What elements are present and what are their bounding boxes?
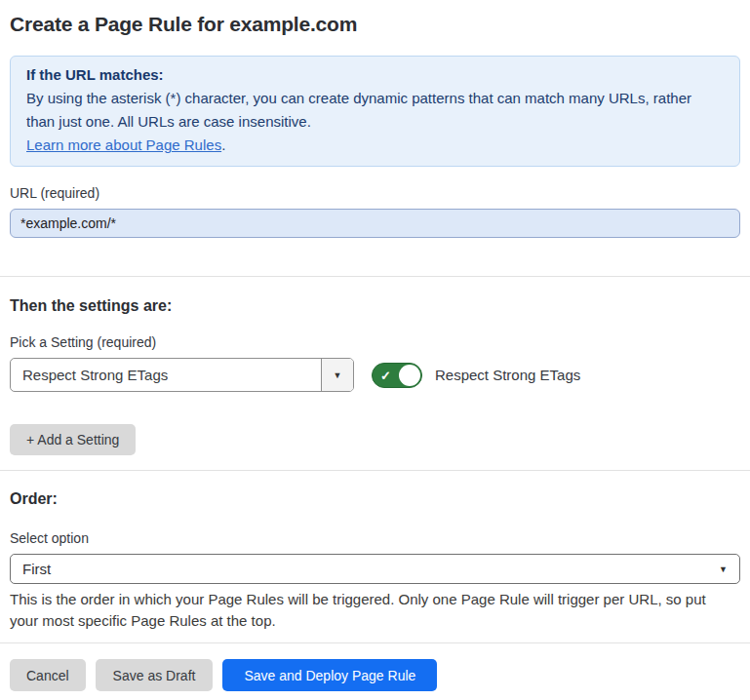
url-match-info-box: If the URL matches: By using the asteris… bbox=[10, 56, 740, 167]
pick-setting-label: Pick a Setting (required) bbox=[10, 334, 740, 351]
setting-select-arrow-button[interactable]: ▼ bbox=[321, 359, 353, 391]
section-divider bbox=[0, 276, 750, 277]
chevron-down-icon: ▼ bbox=[719, 564, 728, 574]
url-input[interactable] bbox=[10, 209, 740, 238]
save-and-deploy-button[interactable]: Save and Deploy Page Rule bbox=[222, 659, 437, 691]
save-as-draft-button[interactable]: Save as Draft bbox=[96, 659, 214, 691]
etags-toggle[interactable]: ✓ bbox=[372, 363, 422, 388]
order-section-heading: Order: bbox=[10, 489, 740, 508]
dropdown-arrow-icon: ▼ bbox=[334, 370, 342, 380]
setting-row: Respect Strong ETags ▼ ✓ Respect Strong … bbox=[10, 358, 740, 392]
footer-divider bbox=[0, 642, 750, 643]
info-box-body: By using the asterisk (*) character, you… bbox=[26, 87, 724, 134]
order-help-text: This is the order in which your Page Rul… bbox=[10, 589, 731, 631]
add-setting-button[interactable]: + Add a Setting bbox=[10, 424, 136, 455]
section-divider bbox=[0, 470, 750, 471]
info-box-link-line: Learn more about Page Rules. bbox=[26, 136, 225, 153]
url-field-label: URL (required) bbox=[10, 185, 740, 202]
setting-select-value: Respect Strong ETags bbox=[11, 359, 321, 391]
cancel-button[interactable]: Cancel bbox=[10, 659, 86, 691]
link-suffix: . bbox=[221, 136, 225, 153]
order-select-label: Select option bbox=[10, 530, 740, 547]
order-select[interactable]: First ▼ bbox=[10, 554, 740, 584]
check-icon: ✓ bbox=[380, 369, 391, 381]
learn-more-link[interactable]: Learn more about Page Rules bbox=[26, 136, 221, 153]
page-rule-form: Create a Page Rule for example.com If th… bbox=[0, 0, 750, 691]
setting-select[interactable]: Respect Strong ETags ▼ bbox=[10, 358, 354, 392]
page-title: Create a Page Rule for example.com bbox=[10, 12, 740, 37]
toggle-knob[interactable] bbox=[399, 365, 420, 386]
settings-section-heading: Then the settings are: bbox=[10, 296, 740, 315]
footer-actions: Cancel Save as Draft Save and Deploy Pag… bbox=[10, 659, 740, 691]
toggle-label: Respect Strong ETags bbox=[435, 367, 580, 383]
info-box-heading: If the URL matches: bbox=[26, 63, 724, 87]
order-select-value: First bbox=[22, 561, 51, 577]
